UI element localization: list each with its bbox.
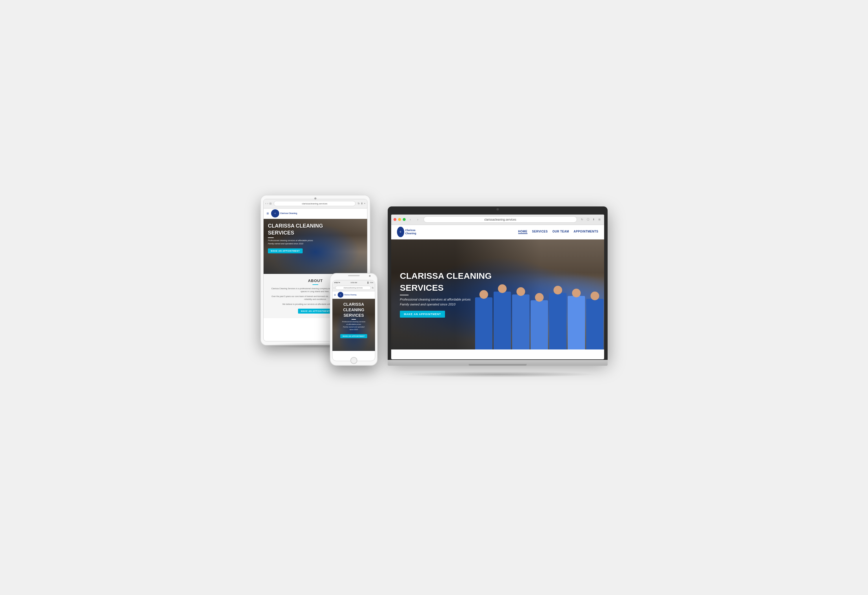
phone-browser-bar: ‹ clarissacleaning.services ↻	[332, 285, 375, 291]
tablet-hero-title-2: SERVICES	[268, 230, 363, 236]
tablet-hero-cta-button[interactable]: MAKE AN APPOINTMENT	[268, 249, 303, 253]
close-window-btn[interactable]	[394, 218, 396, 221]
person-5	[549, 293, 567, 349]
site-logo: C Clarissa Cleaning	[397, 227, 420, 237]
tablet-subtitle-1: Professional cleaning services at afford…	[268, 240, 313, 241]
tablet-hero-subtitle: Professional cleaning services at afford…	[268, 239, 363, 245]
phone-subtitle-4: since 2010	[350, 329, 358, 330]
nav-our-team[interactable]: OUR TEAM	[552, 230, 569, 234]
minimize-window-btn[interactable]	[398, 218, 401, 221]
laptop-website: C Clarissa Cleaning HOME SERVICES OUR TE…	[391, 225, 604, 359]
tablet-refresh-btn[interactable]: ↻	[357, 202, 360, 205]
info-icon[interactable]: ⓘ	[586, 217, 590, 222]
tablet-navbar: ≡ C Clarissa Cleaning	[264, 209, 367, 219]
phone-hero-content: CLARISSA CLEANING SERVICES Professional …	[332, 299, 375, 342]
phone-logo-icon: C	[338, 292, 344, 298]
person-3	[512, 295, 530, 349]
bookmarks-icon[interactable]: ⊟	[269, 202, 272, 205]
phone-hero-divider	[351, 319, 356, 320]
hero-cta-button[interactable]: MAKE AN APPOINTMENT	[400, 311, 445, 318]
tablet-logo-icon: C	[271, 209, 279, 218]
browser-forward-btn[interactable]: ›	[415, 216, 421, 222]
maximize-window-btn[interactable]	[403, 218, 406, 221]
phone-logo-text: Clarissa Cleaning	[344, 294, 356, 296]
phone-hero-subtitle: Professional cleaning services at afford…	[335, 321, 373, 331]
refresh-icon[interactable]: ↻	[580, 217, 585, 222]
person-7	[586, 299, 604, 349]
laptop-base	[388, 360, 608, 366]
logo-icon: C	[397, 227, 404, 237]
phone-status-icons: ▌ 72%	[368, 282, 373, 283]
phone-hero-title-2: CLEANING	[335, 308, 373, 312]
browser-address-bar[interactable]: clarissacleaning.services	[424, 216, 577, 223]
laptop-device: ‹ › clarissacleaning.services ↻ ⓘ ⬆ ⊞	[388, 206, 608, 374]
phone-address-bar[interactable]: clarissacleaning.services	[335, 286, 371, 290]
wifi-icon: ▌	[368, 282, 369, 283]
tablet-hero-title-1: CLARISSA CLEANING	[268, 223, 363, 229]
hero-divider	[400, 295, 409, 295]
hero-content: CLARISSA CLEANING SERVICES Professional …	[391, 262, 500, 326]
laptop-screen: ‹ › clarissacleaning.services ↻ ⓘ ⬆ ⊞	[391, 215, 604, 359]
nav-appointments[interactable]: APPOINTMENTS	[574, 230, 598, 234]
tablet-hero: CLARISSA CLEANING SERVICES Professional …	[264, 219, 367, 274]
browser-controls: ↻ ⓘ ⬆ ⊞	[580, 217, 602, 222]
laptop-browser-chrome: ‹ › clarissacleaning.services ↻ ⓘ ⬆ ⊞	[391, 215, 604, 225]
tablet-browser-controls: ↻ ⬆ +	[357, 202, 365, 205]
phone-cta-button[interactable]: MAKE AN APPOINTMENT	[340, 334, 367, 338]
tablet-nav-icons: ‹ › ⊟	[265, 202, 272, 205]
person-4	[531, 300, 548, 349]
logo-icon-text: C	[400, 231, 401, 233]
phone-subtitle-3: Family owned and operated	[343, 326, 364, 328]
phone-screen: AT&T ▾ 9:59 AM ▌ 72% ‹ clarissacleaning.…	[332, 280, 375, 361]
tablet-logo-text: Clarissa Cleaning	[280, 212, 297, 215]
tablet-camera	[314, 197, 316, 200]
laptop-body: ‹ › clarissacleaning.services ↻ ⓘ ⬆ ⊞	[388, 206, 608, 360]
phone-refresh-icon[interactable]: ↻	[372, 287, 374, 289]
tablet-back-btn[interactable]: ‹	[265, 202, 266, 205]
hero-title-line1: CLARISSA CLEANING	[400, 271, 492, 281]
scene: ‹ › clarissacleaning.services ↻ ⓘ ⬆ ⊞	[260, 189, 608, 406]
phone-home-button[interactable]	[350, 357, 357, 364]
phone-hero-title-1: CLARISSA	[335, 302, 373, 306]
phone-front-camera	[369, 275, 371, 277]
phone-carrier: AT&T ▾	[334, 281, 340, 283]
phone-status-bar: AT&T ▾ 9:59 AM ▌ 72%	[332, 280, 375, 285]
nav-services[interactable]: SERVICES	[532, 230, 548, 234]
site-menu: HOME SERVICES OUR TEAM APPOINTMENTS	[518, 230, 598, 234]
phone-device: AT&T ▾ 9:59 AM ▌ 72% ‹ clarissacleaning.…	[330, 273, 378, 366]
phone-hero-title-3: SERVICES	[335, 313, 373, 318]
phone-subtitle-2: at affordable prices	[346, 323, 361, 325]
hero-subtitle-line2: Family owned and operated since 2010	[400, 303, 455, 306]
tablet-browser-chrome: ‹ › ⊟ clarissacleaning.services ↻ ⬆ +	[264, 199, 367, 209]
phone-back-icon[interactable]: ‹	[334, 287, 335, 289]
nav-home[interactable]: HOME	[518, 230, 527, 234]
tablet-share-btn[interactable]: ⬆	[361, 202, 363, 205]
logo-text: Clarissa Cleaning	[405, 229, 420, 235]
tablet-subtitle-2: Family owned and operated since 2010	[268, 243, 303, 245]
tablet-url: clarissacleaning.services	[302, 203, 327, 205]
browser-back-btn[interactable]: ‹	[407, 216, 413, 222]
phone-body: AT&T ▾ 9:59 AM ▌ 72% ‹ clarissacleaning.…	[330, 273, 378, 366]
tablet-address-bar[interactable]: clarissacleaning.services	[274, 201, 356, 206]
phone-url: clarissacleaning.services	[344, 287, 363, 289]
phone-time: 9:59 AM	[351, 282, 357, 283]
hero-subtitle: Professional cleaning services at afford…	[400, 297, 492, 306]
phone-hamburger-icon[interactable]: ≡	[334, 293, 336, 296]
person-6	[568, 296, 585, 349]
tablet-hero-divider	[268, 237, 274, 238]
site-navbar: C Clarissa Cleaning HOME SERVICES OUR TE…	[391, 225, 604, 240]
hero-title-line2: SERVICES	[400, 283, 492, 292]
phone-hero: CLARISSA CLEANING SERVICES Professional …	[332, 299, 375, 351]
share-icon[interactable]: ⬆	[591, 217, 596, 222]
site-hero: CLARISSA CLEANING SERVICES Professional …	[391, 240, 604, 349]
browser-url: clarissacleaning.services	[484, 218, 517, 221]
phone-subtitle-1: Professional cleaning services	[342, 321, 365, 323]
phone-speaker	[348, 275, 360, 276]
tablet-forward-btn[interactable]: ›	[267, 202, 268, 205]
hero-subtitle-line1: Professional cleaning services at afford…	[400, 298, 471, 301]
tablet-hero-content: CLARISSA CLEANING SERVICES Professional …	[264, 219, 367, 258]
hamburger-menu-icon[interactable]: ≡	[266, 211, 269, 216]
add-tab-icon[interactable]: ⊞	[597, 217, 602, 222]
tablet-about-cta-button[interactable]: MAKE AN APPOINTMENT	[298, 309, 333, 314]
tablet-add-tab-btn[interactable]: +	[364, 202, 365, 205]
